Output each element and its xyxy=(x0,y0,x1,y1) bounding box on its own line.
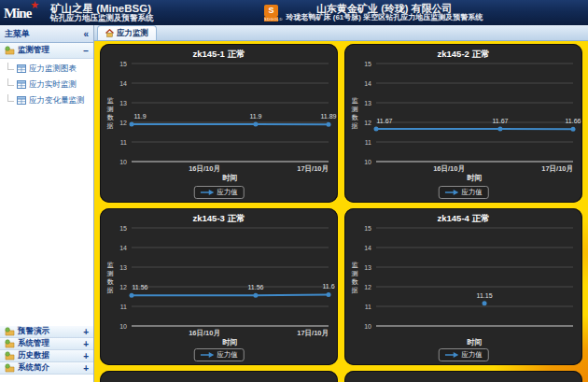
line-chart: 151413121110监测数据时间11.15 xyxy=(344,208,582,365)
svg-text:12: 12 xyxy=(364,284,371,290)
home-icon xyxy=(105,29,114,37)
legend-stress-value[interactable]: 应力值 xyxy=(438,348,489,361)
svg-text:11.9: 11.9 xyxy=(133,113,146,120)
sidebar-item-stress-chart[interactable]: 应力监测图表 xyxy=(6,61,93,77)
sidebar-section-label: 历史数据 xyxy=(18,350,49,361)
tab-stress-monitoring[interactable]: 应力监测 xyxy=(97,25,157,40)
sidebar-collapsed-panels: 预警演示 + 系统管理 + 历史数据 + xyxy=(0,326,93,382)
svg-text:13: 13 xyxy=(364,100,371,106)
svg-text:10: 10 xyxy=(119,323,127,330)
legend-label: 应力值 xyxy=(461,350,483,360)
sidebar-item-label: 应力监测图表 xyxy=(29,64,77,75)
svg-text:13: 13 xyxy=(119,264,127,271)
sidebar-section-system-intro[interactable]: 系统简介 + xyxy=(0,362,93,375)
chart-panel-zk145-2: zk145-2 正常 151413121110监测数据16日/10月17日/10… xyxy=(344,44,582,203)
line-chart: 151413121110监测数据16日/10月17日/10月时间11.6711.… xyxy=(344,44,582,203)
expand-plus-icon[interactable]: + xyxy=(83,339,89,349)
app-window: Mine ★ 矿山之星 (MineBSG) 钻孔应力地压监测及预警系统 ✦ S … xyxy=(0,0,588,382)
sidebar-tree: 应力监测图表 应力实时监测 xyxy=(0,59,93,110)
svg-text:数: 数 xyxy=(107,114,115,120)
svg-text:10: 10 xyxy=(364,159,371,165)
main-area: 应力监测 zk145-1 正常 151413121110监测数据16日/10月1… xyxy=(94,25,588,382)
svg-text:11.15: 11.15 xyxy=(477,292,493,299)
line-marker-icon xyxy=(444,189,458,196)
svg-text:10: 10 xyxy=(364,323,371,330)
tab-bar: 应力监测 xyxy=(94,25,588,41)
legend-stress-value[interactable]: 应力值 xyxy=(193,186,245,199)
svg-text:14: 14 xyxy=(119,245,127,251)
svg-text:据: 据 xyxy=(352,122,358,130)
app-subtitle: 钻孔应力地压监测及预警系统 xyxy=(50,14,154,22)
sidebar: 主菜单 « 监测管理 − xyxy=(0,25,94,382)
svg-text:据: 据 xyxy=(107,122,114,130)
company-title-block: 山东黄金矿业 (玲珑) 有限公司 玲珑老鸭矿床 (61号脉) 采空区钻孔应力地压… xyxy=(287,3,483,22)
svg-text:16日/10月: 16日/10月 xyxy=(433,164,465,173)
svg-text:15: 15 xyxy=(119,61,127,67)
svg-text:11: 11 xyxy=(365,304,371,310)
svg-text:监: 监 xyxy=(107,97,114,104)
svg-text:据: 据 xyxy=(107,287,114,294)
chart-panel-partial xyxy=(344,371,582,382)
legend-stress-value[interactable]: 应力值 xyxy=(438,186,489,199)
sdgold-logo-tag: SDGOLD xyxy=(264,17,278,21)
sidebar-section-system-mgmt[interactable]: 系统管理 + xyxy=(0,338,93,350)
mine-logo: Mine ★ xyxy=(4,2,41,24)
svg-text:测: 测 xyxy=(107,270,114,277)
sidebar-section-label: 监测管理 xyxy=(18,45,49,56)
sidebar-item-label: 应力实时监测 xyxy=(29,79,77,91)
svg-text:时间: 时间 xyxy=(223,174,238,182)
svg-text:11.6: 11.6 xyxy=(322,283,334,290)
svg-text:15: 15 xyxy=(364,61,371,67)
collapse-minus-icon[interactable]: − xyxy=(83,46,89,56)
svg-text:11: 11 xyxy=(120,304,127,310)
legend-label: 应力值 xyxy=(217,350,238,360)
sidebar-section-label: 预警演示 xyxy=(18,326,49,337)
svg-text:数: 数 xyxy=(352,278,359,285)
sidebar-item-stress-realtime[interactable]: 应力实时监测 xyxy=(6,77,93,92)
svg-text:时间: 时间 xyxy=(468,174,483,182)
app-title-block: 矿山之星 (MineBSG) 钻孔应力地压监测及预警系统 xyxy=(50,3,154,22)
svg-text:12: 12 xyxy=(119,284,127,290)
svg-text:11.56: 11.56 xyxy=(133,284,148,290)
expand-plus-icon[interactable]: + xyxy=(83,351,89,361)
sparkle-decoration: ✦ xyxy=(306,9,314,19)
sdgold-logo-icon: S xyxy=(264,5,278,17)
sidebar-title: 主菜单 xyxy=(5,28,30,40)
svg-text:11.66: 11.66 xyxy=(566,118,581,124)
svg-text:13: 13 xyxy=(364,264,371,271)
legend-stress-value[interactable]: 应力值 xyxy=(193,348,245,361)
svg-text:14: 14 xyxy=(364,80,371,87)
svg-text:时间: 时间 xyxy=(468,338,483,347)
sidebar-section-label: 系统管理 xyxy=(18,338,49,349)
expand-plus-icon[interactable]: + xyxy=(83,363,89,374)
expand-plus-icon[interactable]: + xyxy=(83,327,89,337)
folder-icon xyxy=(5,327,15,336)
sidebar-collapse-icon[interactable]: « xyxy=(83,29,89,39)
svg-text:测: 测 xyxy=(352,106,358,113)
sidebar-section-warning-demo[interactable]: 预警演示 + xyxy=(0,326,93,338)
svg-text:12: 12 xyxy=(364,120,371,126)
svg-text:16日/10月: 16日/10月 xyxy=(189,164,220,173)
svg-text:15: 15 xyxy=(364,225,371,232)
sidebar-item-stress-delta[interactable]: 应力变化量监测 xyxy=(6,92,93,108)
line-marker-icon xyxy=(200,189,214,196)
svg-text:11: 11 xyxy=(365,139,371,146)
tree-elbow-line xyxy=(7,94,14,102)
tree-elbow-line xyxy=(7,63,14,70)
svg-text:16日/10月: 16日/10月 xyxy=(189,329,220,337)
legend-label: 应力值 xyxy=(217,188,238,197)
svg-text:监: 监 xyxy=(352,262,358,268)
sidebar-section-history-data[interactable]: 历史数据 + xyxy=(0,350,93,362)
sidebar-section-monitoring[interactable]: 监测管理 − xyxy=(0,43,93,59)
chart-panel-zk145-3: zk145-3 正常 151413121110监测数据16日/10月17日/10… xyxy=(100,208,338,365)
svg-text:时间: 时间 xyxy=(223,338,238,347)
app-header: Mine ★ 矿山之星 (MineBSG) 钻孔应力地压监测及预警系统 ✦ S … xyxy=(0,0,588,25)
svg-text:11.9: 11.9 xyxy=(249,113,261,120)
sidebar-section-label: 系统简介 xyxy=(18,362,49,374)
sdgold-logo: S SDGOLD xyxy=(264,5,279,21)
sidebar-titlebar: 主菜单 « xyxy=(0,25,93,43)
line-chart: 151413121110监测数据16日/10月17日/10月时间11.5611.… xyxy=(100,208,338,365)
folder-icon xyxy=(5,339,15,348)
svg-text:测: 测 xyxy=(107,106,114,113)
svg-text:11.56: 11.56 xyxy=(247,284,263,290)
